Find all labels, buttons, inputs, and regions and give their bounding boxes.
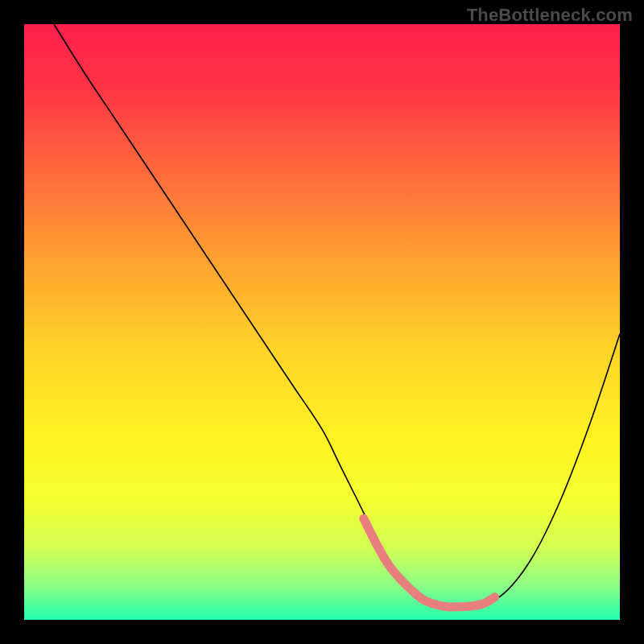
chart-container: TheBottleneck.com xyxy=(0,0,644,644)
optimal-region xyxy=(364,518,495,607)
bottleneck-curve xyxy=(54,24,620,608)
plot-area xyxy=(24,24,620,620)
chart-svg xyxy=(24,24,620,620)
attribution-text: TheBottleneck.com xyxy=(467,5,633,26)
